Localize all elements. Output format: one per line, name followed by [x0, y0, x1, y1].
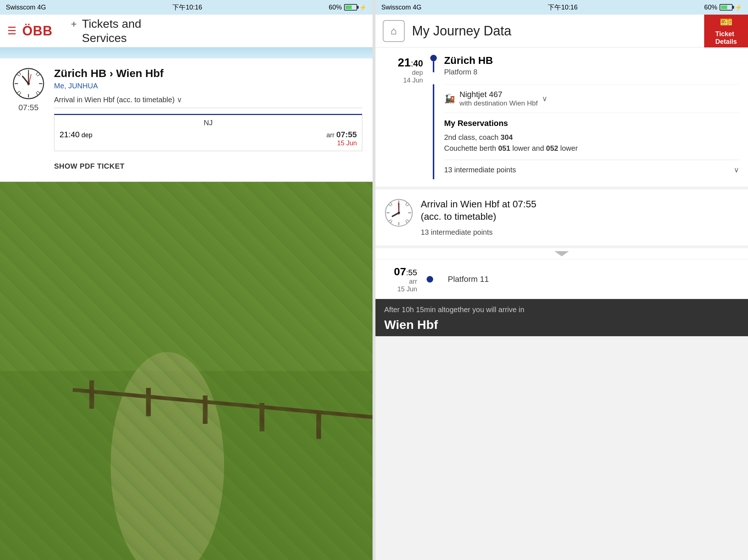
title-line2: Services — [82, 31, 127, 45]
home-button[interactable]: ⌂ — [383, 20, 405, 42]
ticket-label-2: Details — [715, 38, 737, 45]
footer-station: Wien Hbf — [384, 318, 739, 332]
ticket-details-button[interactable]: 🎫 Ticket Details — [704, 15, 748, 47]
arr-date: 15 Jun — [384, 285, 417, 293]
right-status-bar: Swisscom 4G 下午10:16 60% ⚡ — [375, 0, 748, 15]
hamburger-icon[interactable]: ☰ — [7, 25, 16, 37]
show-pdf-button[interactable]: SHOW PDF TICKET — [54, 158, 362, 174]
departure-station: Zürich HB — [444, 55, 739, 66]
departure-platform: Platform 8 — [444, 68, 739, 76]
right-header: ⌂ My Journey Data 🎫 Ticket Details — [375, 15, 748, 47]
footer-dark: After 10h 15min altogether you will arri… — [375, 299, 748, 336]
arr-prefix: arr — [327, 131, 336, 139]
journey-photo — [0, 182, 373, 560]
banner — [0, 47, 373, 58]
timeline-arrival — [424, 276, 435, 283]
arr-time-small: 55 — [408, 268, 417, 277]
train-row[interactable]: 🚂 Nightjet 467 with destination Wien Hbf… — [444, 84, 739, 113]
bolt-icon: ⚡ — [359, 4, 367, 11]
dep-time-small: 40 — [413, 58, 423, 68]
right-battery: 60% ⚡ — [704, 4, 742, 11]
left-battery-icon — [344, 4, 357, 11]
res-class-coach: 2nd class, coach — [444, 133, 501, 141]
clock-wrap: 07:55 — [10, 67, 47, 112]
ticket-label-1: Ticket — [715, 30, 734, 38]
arr-time-big: 07 — [394, 265, 406, 277]
nj-arrival: arr 07:55 15 Jun — [327, 130, 357, 147]
svg-point-16 — [27, 82, 30, 85]
departure-time-col: 21:40 dep 14 Jun — [384, 55, 428, 84]
right-carrier: Swisscom 4G — [381, 4, 421, 11]
arrival-time-col: 07:55 arr 15 Jun — [384, 265, 417, 293]
departure-station-col: Zürich HB Platform 8 — [439, 55, 739, 84]
train-name-dest: Nightjet 467 with destination Wien Hbf — [459, 90, 538, 107]
page-title: Tickets and Services — [82, 17, 141, 45]
arr-label: arr — [384, 278, 417, 285]
arrival-card: Arrival in Wien Hbf at 07:55(acc. to tim… — [375, 189, 748, 245]
res-berth-052: 052 — [546, 144, 558, 152]
arrival-platform: Platform 11 — [448, 275, 739, 284]
title-line1: Tickets and — [82, 17, 141, 30]
right-battery-percent: 60% — [704, 4, 717, 11]
dep-date: 14 Jun — [384, 77, 423, 84]
expand-indicator — [375, 248, 748, 259]
svg-point-52 — [398, 212, 400, 214]
right-bolt-icon: ⚡ — [735, 4, 742, 11]
departure-section: 21:40 dep 14 Jun Zürich HB Platform 8 — [375, 47, 748, 187]
journey-data-title: My Journey Data — [412, 23, 704, 39]
left-battery-percent: 60% — [329, 4, 342, 11]
dep-label: dep — [384, 69, 423, 77]
train-destination: with destination Wien Hbf — [459, 99, 538, 107]
arrival-clock-icon — [384, 198, 413, 227]
res-berth-suffix: lower — [558, 144, 577, 152]
train-name: Nightjet 467 — [459, 90, 538, 99]
intermediate-row[interactable]: 13 intermediate points ∨ — [444, 160, 739, 179]
obb-logo: ÖBB — [22, 23, 53, 39]
clock-time-label: 07:55 — [18, 103, 38, 112]
left-time: 下午10:16 — [172, 3, 202, 12]
right-battery-icon — [720, 4, 733, 11]
reservations-title: My Reservations — [444, 119, 739, 128]
train-info-col: 🚂 Nightjet 467 with destination Wien Hbf… — [439, 84, 739, 179]
right-content: 21:40 dep 14 Jun Zürich HB Platform 8 — [375, 47, 748, 560]
arr-time-val: 07:55 — [336, 130, 357, 139]
arr-date: 15 Jun — [327, 139, 357, 147]
clock-icon — [12, 67, 45, 100]
journey-card: 07:55 Zürich HB › Wien Hbf Me, JUNHUA Ar… — [0, 58, 373, 182]
nj-departure: 21:40 dep — [60, 130, 92, 139]
expand-chevron-icon — [554, 251, 569, 256]
nj-label: NJ — [60, 119, 357, 127]
intermediate-expand-icon[interactable]: ∨ — [734, 165, 739, 174]
dep-suffix: dep — [80, 131, 92, 139]
home-icon: ⌂ — [391, 25, 397, 37]
header-add-section: + Tickets and Services — [71, 17, 141, 45]
left-header: ☰ ÖBB + Tickets and Services — [0, 15, 373, 47]
plus-icon[interactable]: + — [71, 18, 77, 30]
res-berth-prefix: Couchette berth — [444, 144, 498, 152]
left-phone: Swisscom 4G 下午10:16 60% ⚡ ☰ ÖBB + Ticket… — [0, 0, 373, 560]
timeline-departure — [428, 55, 439, 84]
footer-text: After 10h 15min altogether you will arri… — [384, 306, 739, 314]
reservations-box: My Reservations 2nd class, coach 304 Cou… — [444, 113, 739, 160]
phone-divider — [373, 0, 375, 560]
arrival-info: Arrival in Wien Hbf at 07:55(acc. to tim… — [421, 198, 739, 237]
arrival-station-row: 07:55 arr 15 Jun Platform 11 — [375, 259, 748, 299]
journey-info: Zürich HB › Wien Hbf Me, JUNHUA Arrival … — [54, 67, 362, 174]
arrival-title: Arrival in Wien Hbf at 07:55(acc. to tim… — [421, 198, 739, 223]
train-expand-icon[interactable]: ∨ — [542, 94, 547, 103]
right-phone: Swisscom 4G 下午10:16 60% ⚡ ⌂ My Journey D… — [375, 0, 748, 560]
ticket-btn-label: Ticket Details — [715, 30, 737, 46]
journey-arrival: Arrival in Wien Hbf (acc. to timetable) — [54, 95, 362, 108]
res-coach-num: 304 — [501, 133, 513, 141]
journey-route: Zürich HB › Wien Hbf — [54, 67, 362, 80]
dep-time-big: 21 — [398, 56, 411, 69]
res-berth-051: 051 — [498, 144, 510, 152]
timeline-train — [428, 84, 439, 179]
left-status-bar: Swisscom 4G 下午10:16 60% ⚡ — [0, 0, 373, 15]
arrival-platform-col: Platform 11 — [443, 275, 739, 284]
left-battery: 60% ⚡ — [329, 4, 367, 11]
res-berth-mid: lower and — [510, 144, 546, 152]
nj-segment: NJ 21:40 dep arr 07:55 15 Jun — [54, 114, 362, 151]
arrival-points: 13 intermediate points — [421, 228, 739, 237]
right-time: 下午10:16 — [548, 3, 577, 12]
